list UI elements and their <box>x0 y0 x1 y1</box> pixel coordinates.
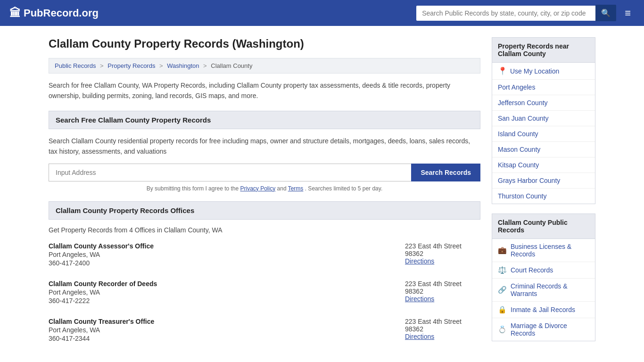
search-form-description: Search Clallam County residential proper… <box>49 136 480 157</box>
marriage-records-icon: 💍 <box>498 325 507 334</box>
use-location-link[interactable]: Use My Location <box>510 67 559 75</box>
office-1-zip: 98362 <box>405 250 480 257</box>
office-1-address: 223 East 4th Street <box>405 242 480 250</box>
office-entry-2: Clallam County Recorder of Deeds Port An… <box>49 280 480 307</box>
mason-county-link[interactable]: Mason County <box>498 146 540 153</box>
office-2-zip: 98362 <box>405 288 480 295</box>
sidebar-item-thurston-county[interactable]: Thurston County <box>492 189 595 204</box>
office-3-left: Clallam County Treasurer's Office Port A… <box>49 318 386 342</box>
breadcrumb-sep-1: > <box>100 62 104 69</box>
office-2-directions: Directions <box>405 295 480 303</box>
sidebar-item-court-records[interactable]: ⚖️ Court Records <box>492 262 595 279</box>
office-1-directions-link[interactable]: Directions <box>405 257 434 265</box>
offices-description: Get Property Records from 4 Offices in C… <box>49 226 480 234</box>
office-entry-1: Clallam County Assessor's Office Port An… <box>49 242 480 270</box>
office-3-city: Port Angeles, WA <box>49 326 386 334</box>
sidebar-item-marriage-records[interactable]: 💍 Marriage & Divorce Records <box>492 318 595 341</box>
office-1-city: Port Angeles, WA <box>49 251 386 258</box>
marriage-records-link[interactable]: Marriage & Divorce Records <box>511 322 589 337</box>
header-search-container: 🔍 <box>416 5 616 21</box>
san-juan-county-link[interactable]: San Juan County <box>498 115 548 122</box>
search-section-header: Search Free Clallam County Property Reco… <box>49 111 480 129</box>
breadcrumb-public-records[interactable]: Public Records <box>55 62 96 69</box>
business-licenses-link[interactable]: Business Licenses & Records <box>511 243 589 258</box>
sidebar-item-use-location[interactable]: 📍 Use My Location <box>492 63 595 80</box>
sidebar: Property Records near Clallam County 📍 U… <box>492 37 595 355</box>
sidebar-public-records-section: Clallam County Public Records 💼 Business… <box>492 214 595 341</box>
logo-text: PubRecord.org <box>24 7 99 19</box>
sidebar-item-business-licenses[interactable]: 💼 Business Licenses & Records <box>492 239 595 262</box>
logo-icon: 🏛 <box>9 7 21 20</box>
kitsap-county-link[interactable]: Kitsap County <box>498 161 539 169</box>
sidebar-nearby-section: Property Records near Clallam County 📍 U… <box>492 37 595 204</box>
business-licenses-icon: 💼 <box>498 246 507 255</box>
court-records-link[interactable]: Court Records <box>511 266 553 274</box>
office-1-name: Clallam County Assessor's Office <box>49 242 386 250</box>
grays-harbor-county-link[interactable]: Grays Harbor County <box>498 177 560 184</box>
office-1-phone: 360-417-2400 <box>49 259 386 267</box>
criminal-records-icon: 🔗 <box>498 286 507 294</box>
page-description: Search for free Clallam County, WA Prope… <box>49 80 480 101</box>
main-container: Clallam County Property Records (Washing… <box>39 26 605 362</box>
sidebar-item-jefferson-county[interactable]: Jefferson County <box>492 95 595 111</box>
header-search-icon: 🔍 <box>601 9 611 17</box>
site-logo[interactable]: 🏛 PubRecord.org <box>9 7 99 20</box>
sidebar-public-records-title: Clallam County Public Records <box>492 214 595 239</box>
sidebar-public-records-list: 💼 Business Licenses & Records ⚖️ Court R… <box>492 239 595 341</box>
office-3-phone: 360-417-2344 <box>49 335 386 342</box>
office-3-directions-link[interactable]: Directions <box>405 333 434 340</box>
sidebar-item-inmate-records[interactable]: 🔒 Inmate & Jail Records <box>492 302 595 318</box>
terms-link[interactable]: Terms <box>288 185 304 192</box>
location-pin-icon: 📍 <box>498 66 507 75</box>
office-1-left: Clallam County Assessor's Office Port An… <box>49 242 386 267</box>
header-search-input[interactable] <box>416 6 595 21</box>
office-2-city: Port Angeles, WA <box>49 288 386 296</box>
breadcrumb-sep-3: > <box>203 62 207 69</box>
port-angeles-link[interactable]: Port Angeles <box>498 83 535 91</box>
sidebar-nearby-title: Property Records near Clallam County <box>492 37 595 63</box>
island-county-link[interactable]: Island County <box>498 130 538 138</box>
breadcrumb-property-records[interactable]: Property Records <box>107 62 155 69</box>
sidebar-item-mason-county[interactable]: Mason County <box>492 142 595 157</box>
office-entry-3: Clallam County Treasurer's Office Port A… <box>49 318 480 345</box>
offices-section-header: Clallam County Property Records Offices <box>49 201 480 220</box>
sidebar-item-criminal-records[interactable]: 🔗 Criminal Records & Warrants <box>492 279 595 302</box>
form-disclaimer: By submitting this form I agree to the P… <box>49 185 480 192</box>
sidebar-item-kitsap-county[interactable]: Kitsap County <box>492 157 595 173</box>
inmate-records-icon: 🔒 <box>498 305 507 314</box>
court-records-icon: ⚖️ <box>498 266 507 274</box>
office-2-right: 223 East 4th Street 98362 Directions <box>405 280 480 304</box>
criminal-records-link[interactable]: Criminal Records & Warrants <box>511 282 589 297</box>
header-search-button[interactable]: 🔍 <box>595 5 616 21</box>
jefferson-county-link[interactable]: Jefferson County <box>498 99 548 107</box>
menu-icon: ≡ <box>625 7 631 19</box>
office-1-right: 223 East 4th Street 98362 Directions <box>405 242 480 267</box>
office-2-directions-link[interactable]: Directions <box>405 295 434 303</box>
header-right: 🔍 ≡ <box>416 5 635 21</box>
breadcrumb-sep-2: > <box>159 62 163 69</box>
sidebar-item-port-angeles[interactable]: Port Angeles <box>492 80 595 95</box>
sidebar-nearby-list: 📍 Use My Location Port Angeles Jefferson… <box>492 63 595 204</box>
breadcrumb-washington[interactable]: Washington <box>167 62 199 69</box>
office-2-left: Clallam County Recorder of Deeds Port An… <box>49 280 386 304</box>
office-3-right: 223 East 4th Street 98362 Directions <box>405 318 480 342</box>
inmate-records-link[interactable]: Inmate & Jail Records <box>511 306 575 313</box>
sidebar-item-grays-harbor-county[interactable]: Grays Harbor County <box>492 173 595 189</box>
office-2-address: 223 East 4th Street <box>405 280 480 288</box>
office-2-phone: 360-417-2222 <box>49 297 386 304</box>
office-1-directions: Directions <box>405 257 480 265</box>
office-3-directions: Directions <box>405 333 480 340</box>
breadcrumb: Public Records > Property Records > Wash… <box>49 58 480 74</box>
header: 🏛 PubRecord.org 🔍 ≡ <box>0 0 644 26</box>
privacy-policy-link[interactable]: Privacy Policy <box>240 185 276 192</box>
thurston-county-link[interactable]: Thurston County <box>498 192 547 200</box>
breadcrumb-current: Clallam County <box>211 62 252 69</box>
address-input[interactable] <box>49 164 411 181</box>
office-3-address: 223 East 4th Street <box>405 318 480 325</box>
sidebar-item-san-juan-county[interactable]: San Juan County <box>492 111 595 126</box>
sidebar-item-island-county[interactable]: Island County <box>492 126 595 142</box>
office-3-zip: 98362 <box>405 325 480 333</box>
header-menu-button[interactable]: ≡ <box>621 5 635 21</box>
search-records-button[interactable]: Search Records <box>411 164 480 181</box>
page-title: Clallam County Property Records (Washing… <box>49 37 480 50</box>
